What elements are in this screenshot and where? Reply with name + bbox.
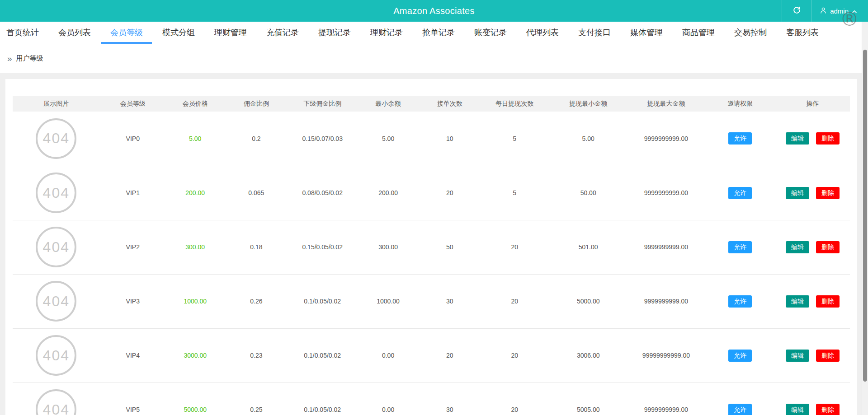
cell-max-withdraw: 99999999999.00: [627, 328, 705, 382]
table-row: 404 VIP5 5000.00 0.25 0.1/0.05/0.02 0.00…: [13, 382, 850, 415]
cell-image: 404: [13, 328, 100, 382]
nav-tab[interactable]: 账变记录: [474, 22, 507, 44]
delete-button[interactable]: 删除: [816, 241, 840, 253]
cell-level: VIP3: [100, 274, 166, 328]
vertical-scrollbar-thumb[interactable]: [863, 50, 867, 382]
nav-tab[interactable]: 抢单记录: [422, 22, 455, 44]
delete-button[interactable]: 删除: [816, 187, 840, 199]
app-header: Amazon Associates admin: [0, 0, 868, 22]
column-header-sub-commission: 下级佣金比例: [288, 96, 357, 112]
nav-tab-label: 媒体管理: [630, 28, 663, 37]
cell-commission: 0.2: [225, 112, 288, 166]
app-title: Amazon Associates: [0, 0, 868, 22]
nav-tab[interactable]: 首页统计: [6, 22, 39, 44]
delete-button[interactable]: 删除: [816, 404, 840, 415]
delete-button[interactable]: 删除: [816, 350, 840, 362]
image-placeholder-404: 404: [36, 118, 76, 159]
cell-commission: 0.25: [225, 382, 288, 415]
column-header-image: 展示图片: [13, 96, 100, 112]
nav-tab[interactable]: 客服列表: [786, 22, 819, 44]
column-header-order-count: 接单次数: [420, 96, 480, 112]
allow-button[interactable]: 允许: [728, 132, 752, 145]
user-menu[interactable]: admin: [811, 0, 866, 22]
cell-commission: 0.23: [225, 328, 288, 382]
image-placeholder-label: 404: [43, 347, 70, 364]
column-header-price: 会员价格: [166, 96, 225, 112]
cell-min-withdraw: 5000.00: [549, 274, 627, 328]
image-placeholder-404: 404: [36, 335, 76, 376]
allow-button[interactable]: 允许: [728, 295, 752, 308]
allow-button[interactable]: 允许: [728, 404, 752, 415]
table-body: 404 VIP0 5.00 0.2 0.15/0.07/0.03 5.00 10…: [13, 112, 850, 415]
nav-tab[interactable]: 商品管理: [682, 22, 715, 44]
edit-button[interactable]: 编辑: [786, 132, 809, 145]
nav-tab[interactable]: 支付接口: [578, 22, 611, 44]
image-placeholder-404: 404: [36, 173, 76, 213]
column-header-invite: 邀请权限: [705, 96, 776, 112]
nav-tab-label: 抢单记录: [422, 28, 455, 37]
cell-actions: 编辑 删除: [775, 112, 850, 166]
delete-button[interactable]: 删除: [816, 295, 840, 308]
nav-tab[interactable]: 模式分组: [162, 22, 195, 44]
user-icon: [820, 7, 827, 15]
image-placeholder-label: 404: [43, 293, 70, 310]
cell-max-withdraw: 9999999999.00: [627, 220, 705, 274]
column-header-commission: 佣金比例: [225, 96, 288, 112]
nav-tab-label: 理财记录: [370, 28, 403, 37]
cell-image: 404: [13, 220, 100, 274]
cell-daily-withdraw-count: 5: [480, 166, 549, 220]
cell-min-balance: 5.00: [357, 112, 420, 166]
image-placeholder-404: 404: [36, 281, 76, 322]
nav-tab[interactable]: 媒体管理: [630, 22, 663, 44]
allow-button[interactable]: 允许: [728, 187, 752, 199]
vertical-scrollbar-track[interactable]: [862, 22, 868, 415]
nav-tabs: 首页统计 会员列表 会员等级 模式分组 理财管理 充值记录 提现记录 理财记录 …: [0, 22, 868, 44]
edit-button[interactable]: 编辑: [786, 404, 809, 415]
table-header-row: 展示图片 会员等级 会员价格 佣金比例 下级佣金比例 最小余额 接单次数 每日提…: [13, 96, 850, 112]
nav-tab[interactable]: 理财管理: [214, 22, 247, 44]
header-actions: admin: [782, 0, 866, 22]
cell-daily-withdraw-count: 20: [480, 274, 549, 328]
cell-sub-commission: 0.1/0.05/0.02: [288, 328, 357, 382]
table-row: 404 VIP3 1000.00 0.26 0.1/0.05/0.02 1000…: [13, 274, 850, 328]
cell-commission: 0.26: [225, 274, 288, 328]
cell-image: 404: [13, 274, 100, 328]
delete-button[interactable]: 删除: [816, 132, 840, 145]
cell-level: VIP1: [100, 166, 166, 220]
table-row: 404 VIP0 5.00 0.2 0.15/0.07/0.03 5.00 10…: [13, 112, 850, 166]
nav-tab[interactable]: 代理列表: [526, 22, 559, 44]
nav-tab-label: 交易控制: [734, 28, 767, 37]
nav-tab[interactable]: 理财记录: [370, 22, 403, 44]
image-placeholder-404: 404: [36, 389, 76, 415]
nav-tab-label: 理财管理: [214, 28, 247, 37]
cell-actions: 编辑 删除: [775, 382, 850, 415]
nav-tab[interactable]: 会员等级: [110, 22, 143, 44]
nav-tab[interactable]: 充值记录: [266, 22, 299, 44]
cell-price: 5.00: [166, 112, 225, 166]
nav-tab[interactable]: 会员列表: [58, 22, 91, 44]
image-placeholder-label: 404: [43, 401, 70, 415]
edit-button[interactable]: 编辑: [786, 350, 809, 362]
edit-button[interactable]: 编辑: [786, 187, 809, 199]
nav-tab-label: 代理列表: [526, 28, 559, 37]
refresh-icon: [793, 6, 801, 16]
cell-invite: 允许: [705, 328, 776, 382]
cell-price: 1000.00: [166, 274, 225, 328]
edit-button[interactable]: 编辑: [786, 295, 809, 308]
cell-daily-withdraw-count: 5: [480, 112, 549, 166]
content-card: 展示图片 会员等级 会员价格 佣金比例 下级佣金比例 最小余额 接单次数 每日提…: [5, 79, 857, 415]
nav-tab[interactable]: 交易控制: [734, 22, 767, 44]
image-placeholder-label: 404: [43, 239, 70, 256]
breadcrumb: » 用户等级: [0, 44, 868, 73]
cell-daily-withdraw-count: 20: [480, 382, 549, 415]
cell-sub-commission: 0.08/0.05/0.02: [288, 166, 357, 220]
refresh-button[interactable]: [782, 0, 811, 22]
allow-button[interactable]: 允许: [728, 350, 752, 362]
cell-order-count: 20: [420, 166, 480, 220]
cell-level: VIP2: [100, 220, 166, 274]
allow-button[interactable]: 允许: [728, 241, 752, 253]
user-name: admin: [830, 7, 849, 15]
nav-tab[interactable]: 提现记录: [318, 22, 351, 44]
edit-button[interactable]: 编辑: [786, 241, 809, 253]
cell-min-balance: 0.00: [357, 382, 420, 415]
